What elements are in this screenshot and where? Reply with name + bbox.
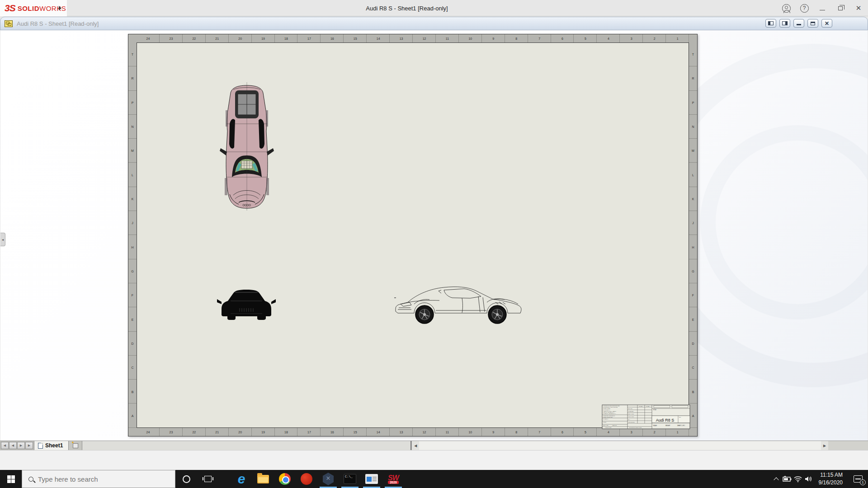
svg-text:DATE: DATE — [646, 406, 650, 407]
doc-restore-button[interactable] — [807, 19, 818, 28]
document-titlebar[interactable]: Audi R8 S - Sheet1 [Read-only] ✕ — [0, 17, 868, 30]
help-button[interactable]: ? — [798, 2, 810, 14]
solidworks-icon: SW 2020 — [388, 474, 399, 484]
edge-button[interactable]: e — [231, 470, 252, 488]
horizontal-scrollbar[interactable]: ◀ ▶ — [411, 441, 828, 450]
svg-text:USED ON: USED ON — [612, 425, 617, 426]
app-titlebar: 3S SOLIDWORKS Audi R8 S - Sheet1 [Read-o… — [0, 0, 868, 16]
svg-text:THREE PLACE DECIMAL ±: THREE PLACE DECIMAL ± — [603, 413, 616, 414]
svg-text:DO NOT SCALE DRAWING: DO NOT SCALE DRAWING — [629, 427, 642, 428]
sheet-nav-buttons: ◀ ◀ ▶ ▶ — [0, 441, 34, 450]
svg-text:WEIGHT:: WEIGHT: — [665, 425, 670, 427]
battery-button[interactable] — [782, 470, 793, 488]
cortana-button[interactable] — [175, 470, 197, 488]
doc-pane-right-button[interactable] — [779, 19, 790, 28]
tab-strip-filler — [82, 441, 411, 450]
doc-close-button[interactable]: ✕ — [821, 19, 832, 28]
action-center-button[interactable]: 1 — [848, 470, 868, 488]
task-view-button[interactable] — [197, 470, 219, 488]
svg-text:REV: REV — [679, 417, 681, 418]
graphics-viewport[interactable]: ◂ 24232221201918171615141312111098765432… — [0, 30, 868, 441]
question-icon: ? — [800, 4, 809, 13]
taskbar-search[interactable] — [22, 470, 175, 488]
drawing-document-icon — [5, 20, 13, 27]
pane-left-icon — [768, 21, 774, 25]
wifi-button[interactable] — [793, 470, 803, 488]
svg-text:NAME: NAME — [639, 406, 642, 407]
svg-text:ANGULAR: MACH ± BEND ±: ANGULAR: MACH ± BEND ± — [603, 411, 617, 412]
pane-right-icon — [782, 21, 788, 25]
svg-text:TOLERANCING PER:: TOLERANCING PER: — [603, 417, 613, 418]
svg-text:DIMENSIONS ARE IN INCHES: DIMENSIONS ARE IN INCHES — [603, 407, 618, 408]
hexagon-app-icon — [322, 473, 335, 485]
svg-text:INTERPRET GEOMETRIC: INTERPRET GEOMETRIC — [603, 415, 615, 416]
next-sheet-button[interactable]: ▶ — [17, 442, 25, 449]
account-button[interactable] — [780, 2, 792, 14]
search-icon — [28, 477, 33, 482]
window-controls: ? ✕ — [780, 0, 864, 16]
last-sheet-button[interactable]: ▶ — [25, 442, 33, 449]
clock-date: 9/16/2020 — [819, 479, 843, 487]
edrawings-button[interactable] — [317, 470, 339, 488]
doc-minimize-button[interactable] — [793, 19, 804, 28]
app-window-icon — [365, 474, 378, 484]
folder-icon — [257, 475, 269, 483]
app-window-button[interactable] — [361, 470, 382, 488]
close-button[interactable]: ✕ — [853, 2, 864, 14]
restore-button[interactable] — [835, 2, 846, 14]
svg-text:MATERIAL: MATERIAL — [603, 418, 609, 419]
drawing-sheet[interactable]: 242322212019181716151413121110987654321 … — [128, 34, 698, 436]
command-prompt-button[interactable]: C:\_ — [339, 470, 361, 488]
svg-text:Q.A.: Q.A. — [628, 419, 631, 420]
add-sheet-tab[interactable] — [69, 441, 82, 450]
chrome-button[interactable] — [274, 470, 296, 488]
view-top-plan[interactable] — [220, 82, 274, 211]
person-icon — [785, 6, 788, 9]
scroll-left-button[interactable]: ◀ — [412, 441, 419, 450]
svg-text:TOLERANCES:: TOLERANCES: — [603, 408, 611, 409]
taskbar-clock[interactable]: 11:15 AM 9/16/2020 — [819, 471, 843, 487]
cortana-icon — [183, 475, 190, 483]
pinned-apps: e C:\_ SW 2020 — [231, 470, 404, 488]
clock-time: 11:15 AM — [819, 471, 843, 479]
wifi-icon — [794, 476, 802, 482]
volume-icon — [805, 476, 813, 482]
minimize-icon — [820, 10, 825, 10]
svg-text:FINISH: FINISH — [603, 422, 607, 422]
svg-text:SHEET 1 OF 1: SHEET 1 OF 1 — [677, 425, 685, 427]
add-sheet-icon — [73, 443, 78, 448]
svg-text:ENG APPR.: ENG APPR. — [628, 413, 634, 415]
hidden-icons-button[interactable] — [771, 470, 782, 488]
task-view-icon — [204, 476, 212, 482]
file-explorer-button[interactable] — [252, 470, 274, 488]
title-block: UNLESS OTHERWISE SPECIFIED: DIMENSIONS A… — [602, 405, 690, 429]
front-wheel — [415, 305, 434, 324]
previous-sheet-button[interactable]: ◀ — [9, 442, 17, 449]
chrome-icon — [279, 473, 291, 485]
view-side[interactable] — [394, 287, 521, 324]
tab-sheet1[interactable]: Sheet1 — [34, 441, 69, 450]
window-title: Audi R8 S - Sheet1 [Read-only] — [0, 0, 814, 16]
close-icon: ✕ — [856, 4, 862, 12]
svg-text:TWO PLACE DECIMAL ±: TWO PLACE DECIMAL ± — [603, 412, 615, 413]
drawing-views: UNLESS OTHERWISE SPECIFIED: DIMENSIONS A… — [128, 34, 698, 437]
doc-restore-icon — [811, 22, 815, 25]
feature-panel-collapse-handle[interactable]: ◂ — [0, 233, 5, 246]
doc-pane-left-button[interactable] — [765, 19, 776, 28]
start-button[interactable] — [0, 470, 22, 488]
first-sheet-button[interactable]: ◀ — [1, 442, 9, 449]
capture-tool-button[interactable] — [296, 470, 317, 488]
svg-text:SCALE:: SCALE: — [653, 425, 658, 427]
system-tray: 11:15 AM 9/16/2020 1 — [771, 470, 868, 488]
volume-button[interactable] — [803, 470, 814, 488]
rear-wheel — [488, 305, 506, 324]
scroll-right-button[interactable]: ▶ — [821, 441, 828, 450]
search-input[interactable] — [38, 475, 151, 483]
status-bar — [0, 450, 868, 470]
svg-text:COMMENTS:: COMMENTS: — [628, 422, 635, 423]
minimize-button[interactable] — [816, 2, 828, 14]
svg-text:UNLESS OTHERWISE SPECIFIED:: UNLESS OTHERWISE SPECIFIED: — [603, 405, 620, 406]
chevron-up-icon — [774, 477, 778, 482]
view-front[interactable] — [217, 290, 276, 320]
solidworks-2020-button[interactable]: SW 2020 — [382, 470, 404, 488]
